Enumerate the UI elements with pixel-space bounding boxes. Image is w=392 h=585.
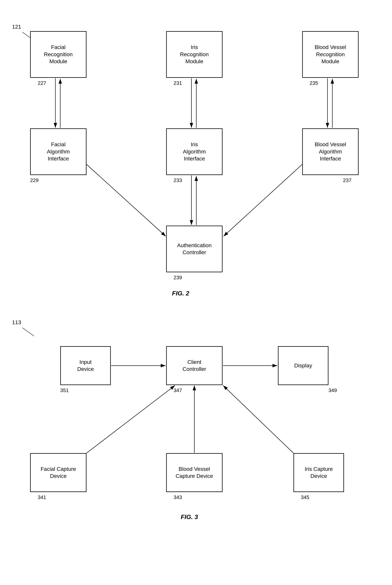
display: Display	[278, 346, 328, 385]
blood-vessel-capture-device: Blood VesselCapture Device	[166, 453, 222, 492]
blood-vessel-algorithm-ref: 237	[343, 177, 352, 183]
blood-vessel-capture-label: Blood VesselCapture Device	[176, 466, 213, 480]
svg-line-17	[86, 385, 175, 453]
svg-line-13	[22, 328, 34, 336]
fig3-diagram: 113 InputDevice 351 ClientController 347…	[0, 307, 392, 585]
client-controller: ClientController	[166, 346, 222, 385]
input-device-ref: 351	[60, 387, 68, 393]
blood-vessel-algorithm-interface: Blood VesselAlgorithmInterface	[302, 128, 358, 175]
blood-vessel-recognition-module: Blood VesselRecognitionModule	[302, 31, 358, 78]
blood-vessel-recognition-ref: 235	[310, 80, 318, 86]
iris-recognition-module: IrisRecognitionModule	[166, 31, 222, 78]
fig2-caption: FIG. 2	[172, 290, 189, 297]
fig2-diagram: 121 FacialRecognitionModule 227 IrisReco…	[0, 12, 392, 313]
facial-capture-label: Facial CaptureDevice	[40, 466, 76, 480]
authentication-controller-ref: 239	[174, 275, 182, 281]
iris-capture-ref: 345	[301, 494, 309, 500]
fig2-label: 121	[12, 24, 21, 30]
blood-vessel-capture-ref: 343	[174, 494, 182, 500]
display-ref: 349	[328, 387, 337, 393]
facial-capture-device: Facial CaptureDevice	[30, 453, 86, 492]
iris-recognition-label: IrisRecognitionModule	[180, 44, 209, 65]
fig3-label: 113	[12, 319, 21, 326]
blood-vessel-recognition-label: Blood VesselRecognitionModule	[315, 44, 346, 65]
iris-capture-label: Iris CaptureDevice	[305, 466, 333, 480]
facial-algorithm-interface: FacialAlgorithmInterface	[30, 128, 86, 175]
fig3-caption: FIG. 3	[181, 513, 198, 521]
facial-algorithm-label: FacialAlgorithmInterface	[47, 141, 70, 162]
input-device: InputDevice	[60, 346, 111, 385]
facial-algorithm-ref: 229	[30, 177, 38, 183]
iris-algorithm-ref: 233	[174, 177, 182, 183]
facial-capture-ref: 341	[38, 494, 46, 500]
facial-recognition-label: FacialRecognitionModule	[44, 44, 73, 65]
facial-recognition-module: FacialRecognitionModule	[30, 31, 86, 78]
svg-line-12	[224, 164, 302, 236]
input-device-label: InputDevice	[77, 359, 94, 373]
iris-algorithm-interface: IrisAlgorithmInterface	[166, 128, 222, 175]
blood-vessel-algorithm-label: Blood VesselAlgorithmInterface	[315, 141, 346, 162]
iris-recognition-ref: 231	[174, 80, 182, 86]
svg-line-19	[223, 385, 294, 453]
facial-recognition-ref: 227	[38, 80, 46, 86]
svg-line-11	[86, 164, 166, 236]
client-controller-label: ClientController	[182, 359, 206, 373]
display-label: Display	[294, 362, 312, 369]
iris-algorithm-label: IrisAlgorithmInterface	[183, 141, 206, 162]
client-controller-ref: 347	[174, 387, 182, 393]
iris-capture-device: Iris CaptureDevice	[294, 453, 344, 492]
authentication-controller-label: AuthenticationController	[177, 242, 212, 256]
authentication-controller: AuthenticationController	[166, 226, 222, 272]
